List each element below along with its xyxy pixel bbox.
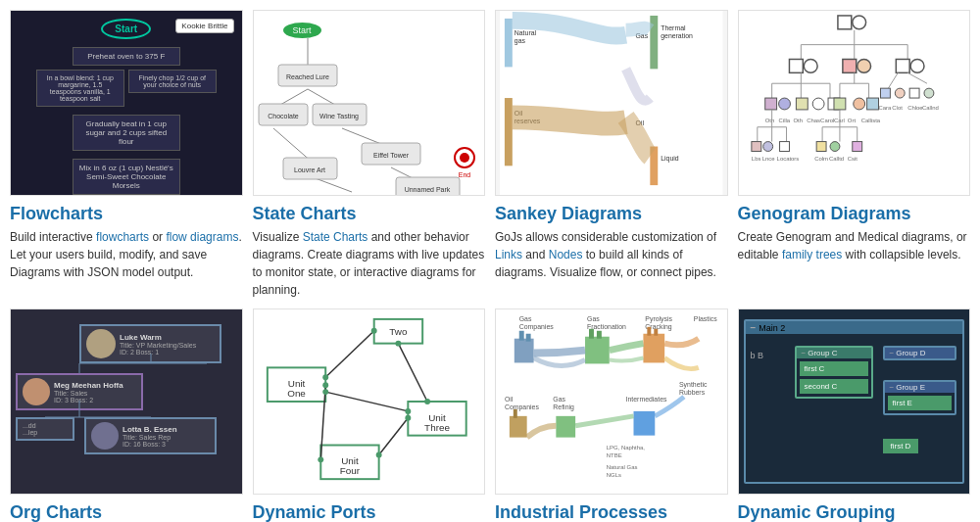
svg-text:Gas: Gas [519, 315, 532, 322]
svg-text:Gas: Gas [587, 315, 600, 322]
svg-point-101 [895, 88, 905, 98]
svg-point-135 [322, 389, 328, 395]
svg-rect-162 [510, 416, 527, 438]
svg-point-48 [857, 59, 870, 72]
svg-rect-60 [764, 98, 776, 110]
genogram-svg: Oth Cilla Oth Chas Carol Carl Ort Callis… [739, 11, 970, 195]
svg-text:Ort: Ort [847, 118, 856, 123]
svg-text:Fractionation: Fractionation [587, 323, 626, 330]
orgchart-title: Org Charts [10, 502, 243, 522]
dyngroup-title: Dynamic Grouping [738, 502, 971, 522]
svg-text:Companies: Companies [519, 323, 554, 331]
svg-text:Colm: Colm [814, 156, 828, 162]
svg-text:Oth: Oth [793, 118, 803, 123]
fc-step4: Gradually beat in 1 cup sugar and 2 cups… [73, 115, 180, 151]
svg-text:One: One [287, 388, 306, 399]
main-group: − Main 2 b B − Group C first C second C [744, 319, 965, 484]
svg-point-138 [405, 408, 411, 414]
dynports-svg: Unit One Two Unit Three Unit Four [254, 309, 485, 494]
svg-text:Lbs: Lbs [751, 156, 760, 162]
svg-text:Carol: Carol [820, 118, 834, 123]
statechart-svg: Reached Lure Wine Tasting Chocolate Eiff… [254, 11, 485, 195]
card-orgcharts[interactable]: Luke Warm Title: VP Marketing/Sales ID: … [10, 308, 243, 522]
svg-text:Natural Gas: Natural Gas [607, 464, 638, 470]
svg-rect-163 [514, 409, 517, 418]
svg-text:Calltd: Calltd [829, 156, 844, 162]
node-first-c: first C [800, 361, 868, 376]
industrial-title: Industrial Processes [495, 502, 728, 522]
svg-text:End: End [458, 171, 470, 178]
svg-text:Synthetic: Synthetic [679, 381, 708, 389]
svg-rect-151 [514, 339, 534, 363]
svg-rect-94 [852, 142, 861, 152]
card-sankey[interactable]: Natural gas Gas Oil reserves Oil Thermal… [495, 10, 728, 299]
svg-text:Carl: Carl [833, 118, 844, 123]
svg-point-137 [395, 341, 401, 347]
svg-point-142 [375, 451, 381, 457]
svg-rect-155 [589, 329, 594, 339]
flowchart-title: Flowcharts [10, 204, 243, 224]
node-second-c: second C [800, 379, 868, 394]
svg-text:Oil: Oil [505, 396, 514, 403]
svg-rect-27 [505, 98, 513, 166]
svg-rect-65 [833, 98, 845, 110]
svg-text:Natural: Natural [514, 29, 537, 36]
flowchart-image: Kookie Brittle Start Preheat oven to 375… [10, 10, 243, 196]
fc-step2: In a bowl blend: 1 cup margarine, 1.5 te… [36, 70, 124, 107]
cookie-label: Kookie Brittle [175, 19, 233, 33]
svg-point-140 [424, 399, 430, 404]
svg-text:Eiffel Tower: Eiffel Tower [373, 152, 410, 159]
svg-text:Plastics: Plastics [694, 315, 717, 322]
svg-text:Callista: Callista [860, 118, 880, 123]
svg-text:Cara: Cara [878, 105, 892, 111]
statechart-title: State Charts [253, 204, 486, 224]
flowchart-desc: Build interactive flowcharts or flow dia… [10, 228, 243, 281]
card-dynamic-ports[interactable]: Unit One Two Unit Three Unit Four [253, 308, 486, 522]
genogram-title: Genogram Diagrams [738, 204, 971, 224]
fc-start-node: Start [101, 19, 151, 39]
svg-rect-153 [526, 334, 531, 342]
svg-text:Callnd: Callnd [922, 105, 939, 111]
svg-point-139 [405, 415, 411, 421]
svg-point-103 [923, 88, 933, 98]
svg-text:Clot: Clot [892, 105, 903, 111]
svg-point-136 [370, 328, 376, 334]
card-state-charts[interactable]: Start Reached Lure Wine Tasting [253, 10, 486, 299]
main-grid: Kookie Brittle Start Preheat oven to 375… [10, 10, 970, 522]
svg-text:Companies: Companies [505, 403, 539, 411]
sankey-desc: GoJs allows considerable customization o… [495, 228, 728, 281]
svg-rect-158 [647, 327, 651, 336]
svg-rect-62 [796, 98, 808, 110]
oc-card-lotta: Lotta B. Essen Title: Sales Rep ID: 16 B… [84, 417, 217, 454]
svg-rect-92 [816, 142, 826, 152]
svg-text:Louvre Art: Louvre Art [294, 166, 325, 173]
svg-point-61 [778, 98, 790, 110]
card-industrial[interactable]: Gas Companies Gas Fractionation Pyrolysi… [495, 308, 728, 522]
fc-step1: Preheat oven to 375 F [73, 47, 180, 66]
statechart-desc: Visualize State Charts and other behavio… [253, 228, 486, 299]
group-d: − Group D [883, 346, 956, 360]
statechart-image: Start Reached Lure Wine Tasting [253, 10, 486, 196]
sankey-svg: Natural gas Gas Oil reserves Oil Thermal… [496, 11, 727, 195]
svg-text:Thermal: Thermal [661, 24, 686, 31]
group-c-label: − Group C [797, 348, 871, 358]
svg-text:Liquid: Liquid [661, 155, 679, 163]
node-first-d: first D [883, 439, 919, 453]
industrial-image: Gas Companies Gas Fractionation Pyrolysi… [495, 308, 728, 495]
svg-text:Csit: Csit [847, 156, 858, 162]
svg-text:Chocolate: Chocolate [268, 113, 299, 119]
card-dynamic-grouping[interactable]: − Main 2 b B − Group C first C second C [738, 308, 971, 522]
card-genogram[interactable]: Oth Cilla Oth Chas Carol Carl Ort Callis… [738, 10, 971, 299]
svg-text:Rubbers: Rubbers [679, 389, 706, 396]
svg-text:generation: generation [661, 32, 693, 40]
card-flowcharts[interactable]: Kookie Brittle Start Preheat oven to 375… [10, 10, 243, 299]
svg-text:Unnamed Park: Unnamed Park [404, 186, 450, 193]
group-e: − Group E first E [883, 380, 956, 415]
fc-step3: Finely chop 1/2 cup of your choice of nu… [128, 70, 217, 93]
sankey-image: Natural gas Gas Oil reserves Oil Thermal… [495, 10, 728, 196]
dynports-title: Dynamic Ports [253, 502, 486, 522]
svg-text:Chloe: Chloe [907, 105, 923, 111]
svg-point-133 [322, 374, 328, 380]
svg-text:Gas: Gas [553, 396, 565, 403]
oc-card-luke: Luke Warm Title: VP Marketing/Sales ID: … [79, 324, 221, 363]
